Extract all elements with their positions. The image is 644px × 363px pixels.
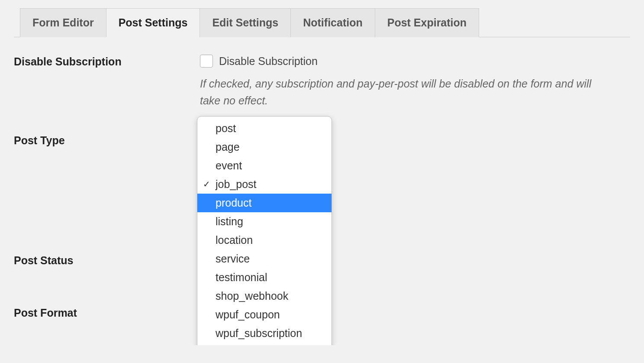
tab-form-editor[interactable]: Form Editor <box>20 8 106 37</box>
dropdown-item-label: post <box>216 122 236 134</box>
dropdown-item-product[interactable]: product <box>197 194 332 212</box>
tabs-container: Form Editor Post Settings Edit Settings … <box>14 8 630 37</box>
label-post-type: Post Type <box>14 133 200 147</box>
dropdown-item-label: location <box>216 234 253 246</box>
dropdown-item-label: listing <box>216 215 243 227</box>
checkmark-icon: ✓ <box>203 178 210 190</box>
dropdown-item-label: service <box>216 253 250 265</box>
field-disable-subscription: Disable Subscription If checked, any sub… <box>200 55 630 109</box>
row-post-type: Post Type postpageevent✓job_postproductl… <box>14 133 630 147</box>
dropdown-item-label: shop_webhook <box>216 290 288 302</box>
dropdown-item-label: event <box>216 159 242 172</box>
dropdown-item-label: product <box>216 197 251 209</box>
post-type-dropdown[interactable]: postpageevent✓job_postproductlistingloca… <box>197 116 332 345</box>
tab-edit-settings[interactable]: Edit Settings <box>200 8 291 37</box>
dropdown-item-service[interactable]: service <box>197 250 332 268</box>
dropdown-item-label: testimonial <box>216 271 267 283</box>
form-content: Disable Subscription Disable Subscriptio… <box>0 37 644 345</box>
dropdown-item-shop_webhook[interactable]: shop_webhook <box>197 287 332 305</box>
dropdown-item-job_post[interactable]: ✓job_post <box>197 175 332 194</box>
dropdown-item-wpuf_subscription[interactable]: wpuf_subscription <box>197 324 332 343</box>
dropdown-item-wpuf_coupon[interactable]: wpuf_coupon <box>197 305 332 324</box>
disable-subscription-checkbox[interactable] <box>200 55 213 68</box>
tab-notification[interactable]: Notification <box>290 8 375 37</box>
dropdown-item-label: job_post <box>216 178 257 190</box>
dropdown-item-wpuf_input[interactable]: wpuf_input <box>197 343 332 345</box>
dropdown-item-testimonial[interactable]: testimonial <box>197 268 332 287</box>
label-disable-subscription: Disable Subscription <box>14 55 200 68</box>
disable-subscription-checkbox-label: Disable Subscription <box>219 55 318 68</box>
dropdown-item-page[interactable]: page <box>197 138 332 156</box>
dropdown-item-label: wpuf_subscription <box>216 327 302 339</box>
tab-post-settings[interactable]: Post Settings <box>106 8 200 37</box>
label-post-format: Post Format <box>14 306 200 319</box>
dropdown-item-post[interactable]: post <box>197 119 332 138</box>
disable-subscription-description: If checked, any subscription and pay-per… <box>200 75 598 109</box>
dropdown-item-label: wpuf_coupon <box>216 308 280 321</box>
dropdown-item-label: page <box>216 141 240 153</box>
tab-post-expiration[interactable]: Post Expiration <box>375 8 479 37</box>
row-disable-subscription: Disable Subscription Disable Subscriptio… <box>14 55 630 109</box>
label-post-status: Post Status <box>14 253 200 267</box>
dropdown-item-location[interactable]: location <box>197 231 332 250</box>
checkbox-row: Disable Subscription <box>200 55 630 68</box>
tabs: Form Editor Post Settings Edit Settings … <box>20 8 630 37</box>
dropdown-item-listing[interactable]: listing <box>197 212 332 231</box>
dropdown-item-event[interactable]: event <box>197 156 332 175</box>
